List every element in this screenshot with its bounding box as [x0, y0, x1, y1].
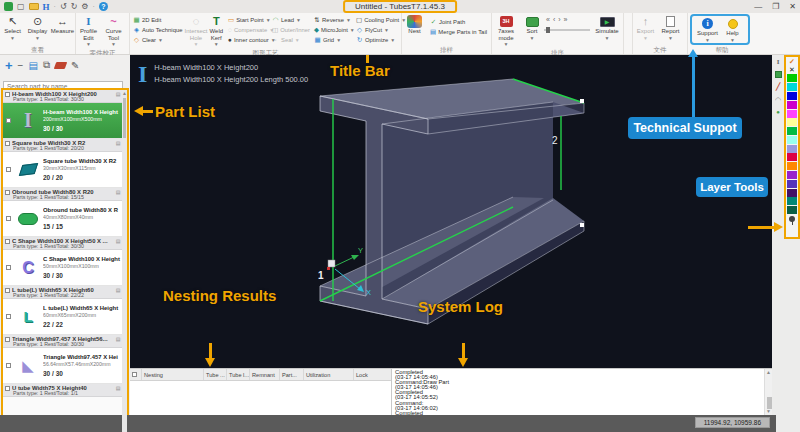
part-row[interactable]: ◣ Triangle Width97.457 X Hei56.64mmX57.4…	[3, 348, 127, 384]
part-group-header[interactable]: H-beam Width100 X Height200▤▾ Parts type…	[3, 90, 127, 103]
color-swatch[interactable]	[787, 136, 797, 144]
part-group-header[interactable]: Square tube Width30 X R2▤▾ Parts type: 1…	[3, 139, 127, 152]
settings-gear-icon[interactable]: ⚙	[81, 2, 88, 12]
log-scrollbar[interactable]: ▲ ▼	[764, 369, 772, 415]
palette-clear-icon[interactable]: ✕	[789, 66, 795, 74]
col-tube-l[interactable]: Tube l...	[227, 369, 250, 380]
color-swatch[interactable]	[787, 189, 797, 197]
part-checkbox[interactable]	[6, 265, 11, 270]
part-list-scrollbar[interactable]: ▲	[122, 90, 127, 432]
3d-viewport[interactable]: I H-beam Width100 X Height200 H-beam Wid…	[130, 55, 772, 368]
part-row[interactable]: C C Shape Width100 X Height50mmX100mmX10…	[3, 250, 127, 286]
auto-technique-button[interactable]: ◈Auto Technique	[133, 26, 183, 34]
part-checkbox[interactable]	[5, 92, 10, 97]
import-part-icon[interactable]: ▤	[28, 60, 37, 71]
color-swatch[interactable]	[787, 110, 797, 118]
rewind-button[interactable]: «	[546, 16, 550, 23]
measure-button[interactable]: ↔Measure	[50, 14, 75, 35]
color-swatch[interactable]	[787, 145, 797, 153]
part-checkbox[interactable]	[5, 386, 10, 391]
remove-part-icon[interactable]: −	[18, 60, 24, 71]
color-swatch[interactable]	[787, 197, 797, 205]
export-3d-icon[interactable]: ⧉	[43, 59, 50, 71]
seal-button[interactable]: ◦Seal▼	[272, 36, 309, 44]
color-swatch[interactable]	[787, 92, 797, 100]
col-utilization[interactable]: Utilization	[304, 369, 354, 380]
titlebar-help-icon[interactable]: ?	[99, 2, 108, 11]
color-swatch[interactable]	[787, 206, 797, 214]
curve-tool-button[interactable]: ~Curve Tool▼	[101, 14, 126, 48]
flycut-button[interactable]: ◇FlyCut▼	[356, 26, 399, 34]
microjoint-button[interactable]: ◆MicroJoint▼	[314, 26, 351, 34]
arc-tool-icon[interactable]: ◠	[775, 96, 781, 104]
part-checkbox[interactable]	[5, 141, 10, 146]
add-part-icon[interactable]: +	[5, 58, 13, 73]
outer-inner-button[interactable]: ◫Outer/Inner	[272, 26, 309, 34]
part-group-header[interactable]: L tube(L) Width65 X Height60▤▾ Parts typ…	[3, 286, 127, 299]
merge-parts-button[interactable]: ▤Merge Parts in Tail	[430, 28, 487, 36]
intersect-hole-button[interactable]: ◌Intersect Hole▼	[185, 14, 208, 48]
col-lock[interactable]: Lock	[354, 369, 390, 380]
part-checkbox[interactable]	[5, 239, 10, 244]
lead-button[interactable]: ◠Lead▼	[272, 16, 309, 24]
edit-part-icon[interactable]: ✎	[71, 60, 79, 71]
profile-edit-button[interactable]: IProfile Edit▼	[76, 14, 101, 48]
2d-edit-button[interactable]: ▦2D Edit	[133, 16, 183, 24]
step-back-button[interactable]: ‹	[553, 16, 555, 23]
maximize-button[interactable]: ❐	[772, 2, 779, 11]
palette-apply-icon[interactable]: ✓	[789, 58, 795, 66]
sort-button[interactable]: Sort▼	[520, 14, 544, 41]
display-button[interactable]: ⊙Display▼	[25, 14, 50, 41]
compensate-button[interactable]: ◌Compensate▼	[228, 26, 267, 34]
cooling-point-button[interactable]: ▢Cooling Point▼	[356, 16, 399, 24]
layer-box-icon[interactable]	[775, 71, 782, 78]
color-swatch[interactable]	[787, 127, 797, 135]
simulate-button[interactable]: ▶Simulate▼	[594, 14, 620, 41]
simulation-slider[interactable]	[544, 29, 590, 31]
color-swatch[interactable]	[787, 118, 797, 126]
scroll-up-icon[interactable]: ▲	[765, 369, 772, 376]
col-tube[interactable]: Tube ...	[204, 369, 227, 380]
part-row[interactable]: Obround tube Width80 X R40mmX80mmX40mm15…	[3, 201, 127, 237]
color-swatch[interactable]	[787, 101, 797, 109]
col-remnant[interactable]: Remnant	[250, 369, 280, 380]
fast-forward-button[interactable]: »	[564, 16, 568, 23]
scroll-up-icon[interactable]: ▲	[122, 90, 127, 96]
report-button[interactable]: Report▼	[658, 14, 683, 41]
part-row-selected[interactable]: I H-beam Width100 X Height200mmX100mmX50…	[3, 103, 127, 139]
save-icon[interactable]: H	[43, 2, 50, 12]
color-swatch[interactable]	[787, 74, 797, 82]
part-checkbox[interactable]	[5, 190, 10, 195]
reverse-button[interactable]: ⇅Reverse▼	[314, 16, 351, 24]
pencil-icon[interactable]: ╱	[776, 83, 780, 91]
close-button[interactable]: ✕	[789, 2, 796, 11]
part-checkbox[interactable]	[5, 337, 10, 342]
color-swatch[interactable]	[787, 83, 797, 91]
new-file-icon[interactable]: ▢	[17, 2, 25, 12]
select-button[interactable]: ↖Select▼	[0, 14, 25, 41]
support-button[interactable]: iSupport▼	[695, 16, 720, 43]
joint-path-button[interactable]: ✓Joint Path	[430, 18, 487, 26]
seven-axes-mode-button[interactable]: 3H7axes mode▼	[492, 14, 520, 48]
pin-tool-icon[interactable]	[789, 216, 795, 222]
color-swatch[interactable]	[787, 153, 797, 161]
col-nesting[interactable]: Nesting	[142, 369, 204, 380]
part-group-header[interactable]: Obround tube Width80 X R20▤▾ Parts type:…	[3, 188, 127, 201]
part-group-header[interactable]: C Shape Width100 X Height50 X ...▤▾ Part…	[3, 237, 127, 250]
nest-button[interactable]: Nest	[402, 14, 427, 35]
nesting-table-body[interactable]	[130, 381, 391, 415]
part-checkbox[interactable]	[6, 167, 11, 172]
color-swatch[interactable]	[787, 171, 797, 179]
redo-icon[interactable]: ↻	[71, 2, 78, 12]
inner-contour-button[interactable]: ●Inner contour▼	[228, 36, 267, 44]
scroll-thumb[interactable]	[123, 98, 126, 138]
start-point-button[interactable]: ▭Start Point▼	[228, 16, 267, 24]
section-tool-icon[interactable]: I	[777, 58, 780, 66]
nesting-select-all-checkbox[interactable]	[132, 372, 137, 377]
part-checkbox[interactable]	[6, 216, 11, 221]
eraser-icon[interactable]	[54, 62, 68, 69]
part-row[interactable]: Square tube Width30 X R230mmX30mmX115mm2…	[3, 152, 127, 188]
undo-icon[interactable]: ↺	[60, 2, 67, 12]
grid-button[interactable]: ▦Grid▼	[314, 36, 351, 44]
clear-button[interactable]: ◇Clear▼	[133, 36, 183, 44]
